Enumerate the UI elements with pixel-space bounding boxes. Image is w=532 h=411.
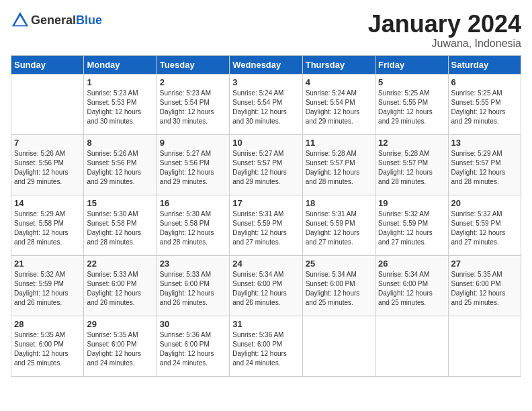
week-row-1: 1Sunrise: 5:23 AMSunset: 5:53 PMDaylight… [11, 74, 521, 134]
day-number: 9 [160, 138, 226, 148]
day-number: 19 [378, 198, 445, 208]
day-info: Sunrise: 5:23 AMSunset: 5:54 PMDaylight:… [160, 89, 226, 126]
day-info: Sunrise: 5:34 AMSunset: 6:00 PMDaylight:… [378, 270, 445, 308]
week-row-5: 28Sunrise: 5:35 AMSunset: 6:00 PMDayligh… [11, 316, 521, 376]
day-number: 8 [87, 138, 153, 148]
day-info: Sunrise: 5:27 AMSunset: 5:57 PMDaylight:… [232, 149, 299, 187]
day-number: 17 [232, 198, 299, 208]
day-number: 25 [306, 259, 372, 269]
day-cell: 24Sunrise: 5:34 AMSunset: 6:00 PMDayligh… [230, 255, 302, 316]
day-cell [302, 316, 375, 376]
day-cell: 17Sunrise: 5:31 AMSunset: 5:59 PMDayligh… [230, 195, 302, 255]
day-number: 1 [87, 77, 153, 87]
day-number: 16 [160, 198, 226, 208]
day-number: 29 [87, 319, 153, 329]
day-info: Sunrise: 5:34 AMSunset: 6:00 PMDaylight:… [232, 270, 299, 308]
logo: GeneralBlue [11, 11, 102, 30]
header-cell-tuesday: Tuesday [157, 55, 229, 74]
day-info: Sunrise: 5:25 AMSunset: 5:55 PMDaylight:… [451, 89, 518, 126]
day-cell [448, 316, 521, 376]
day-cell: 11Sunrise: 5:28 AMSunset: 5:57 PMDayligh… [302, 134, 375, 195]
page-header: GeneralBlue January 2024 Juwana, Indones… [11, 11, 521, 50]
day-info: Sunrise: 5:24 AMSunset: 5:54 PMDaylight:… [306, 89, 372, 126]
day-cell: 1Sunrise: 5:23 AMSunset: 5:53 PMDaylight… [84, 74, 157, 134]
day-number: 20 [451, 198, 518, 208]
day-cell: 3Sunrise: 5:24 AMSunset: 5:54 PMDaylight… [230, 74, 302, 134]
day-number: 2 [160, 77, 226, 87]
day-info: Sunrise: 5:35 AMSunset: 6:00 PMDaylight:… [451, 270, 518, 308]
day-info: Sunrise: 5:29 AMSunset: 5:57 PMDaylight:… [451, 149, 518, 187]
day-cell: 25Sunrise: 5:34 AMSunset: 6:00 PMDayligh… [302, 255, 375, 316]
logo-general-text: General [31, 13, 76, 27]
week-row-3: 14Sunrise: 5:29 AMSunset: 5:58 PMDayligh… [11, 195, 521, 255]
day-number: 27 [451, 259, 518, 269]
day-info: Sunrise: 5:32 AMSunset: 5:59 PMDaylight:… [14, 270, 81, 308]
day-number: 31 [232, 319, 299, 329]
header-cell-sunday: Sunday [11, 55, 84, 74]
day-cell: 16Sunrise: 5:30 AMSunset: 5:58 PMDayligh… [157, 195, 229, 255]
day-number: 5 [378, 77, 445, 87]
day-info: Sunrise: 5:26 AMSunset: 5:56 PMDaylight:… [14, 149, 81, 187]
day-cell: 20Sunrise: 5:32 AMSunset: 5:59 PMDayligh… [448, 195, 521, 255]
day-info: Sunrise: 5:23 AMSunset: 5:53 PMDaylight:… [87, 89, 153, 126]
day-info: Sunrise: 5:34 AMSunset: 6:00 PMDaylight:… [306, 270, 372, 308]
day-info: Sunrise: 5:27 AMSunset: 5:56 PMDaylight:… [160, 149, 226, 187]
day-cell: 12Sunrise: 5:28 AMSunset: 5:57 PMDayligh… [375, 134, 448, 195]
day-cell: 2Sunrise: 5:23 AMSunset: 5:54 PMDaylight… [157, 74, 229, 134]
header-row: SundayMondayTuesdayWednesdayThursdayFrid… [11, 55, 521, 74]
day-cell: 29Sunrise: 5:35 AMSunset: 6:00 PMDayligh… [84, 316, 157, 376]
header-cell-friday: Friday [375, 55, 448, 74]
day-number: 30 [160, 319, 226, 329]
day-cell: 19Sunrise: 5:32 AMSunset: 5:59 PMDayligh… [375, 195, 448, 255]
header-cell-saturday: Saturday [448, 55, 521, 74]
day-number: 21 [14, 259, 81, 269]
day-info: Sunrise: 5:36 AMSunset: 6:00 PMDaylight:… [232, 330, 299, 368]
day-info: Sunrise: 5:28 AMSunset: 5:57 PMDaylight:… [306, 149, 372, 187]
day-cell: 10Sunrise: 5:27 AMSunset: 5:57 PMDayligh… [230, 134, 302, 195]
day-cell: 9Sunrise: 5:27 AMSunset: 5:56 PMDaylight… [157, 134, 229, 195]
day-cell: 8Sunrise: 5:26 AMSunset: 5:56 PMDaylight… [84, 134, 157, 195]
day-cell: 27Sunrise: 5:35 AMSunset: 6:00 PMDayligh… [448, 255, 521, 316]
day-number: 28 [14, 319, 81, 329]
day-cell: 23Sunrise: 5:33 AMSunset: 6:00 PMDayligh… [157, 255, 229, 316]
day-number: 22 [87, 259, 153, 269]
day-cell: 21Sunrise: 5:32 AMSunset: 5:59 PMDayligh… [11, 255, 84, 316]
day-number: 7 [14, 138, 81, 148]
day-info: Sunrise: 5:33 AMSunset: 6:00 PMDaylight:… [160, 270, 226, 308]
day-cell: 28Sunrise: 5:35 AMSunset: 6:00 PMDayligh… [11, 316, 84, 376]
day-number: 14 [14, 198, 81, 208]
day-cell: 30Sunrise: 5:36 AMSunset: 6:00 PMDayligh… [157, 316, 229, 376]
day-cell: 7Sunrise: 5:26 AMSunset: 5:56 PMDaylight… [11, 134, 84, 195]
day-cell: 5Sunrise: 5:25 AMSunset: 5:55 PMDaylight… [375, 74, 448, 134]
week-row-2: 7Sunrise: 5:26 AMSunset: 5:56 PMDaylight… [11, 134, 521, 195]
day-number: 6 [451, 77, 518, 87]
day-cell: 13Sunrise: 5:29 AMSunset: 5:57 PMDayligh… [448, 134, 521, 195]
day-info: Sunrise: 5:32 AMSunset: 5:59 PMDaylight:… [451, 210, 518, 247]
logo-blue-text: Blue [76, 13, 102, 27]
day-number: 10 [232, 138, 299, 148]
day-cell: 26Sunrise: 5:34 AMSunset: 6:00 PMDayligh… [375, 255, 448, 316]
day-info: Sunrise: 5:29 AMSunset: 5:58 PMDaylight:… [14, 210, 81, 247]
day-number: 4 [306, 77, 372, 87]
day-info: Sunrise: 5:35 AMSunset: 6:00 PMDaylight:… [14, 330, 81, 368]
day-cell [375, 316, 448, 376]
day-cell: 4Sunrise: 5:24 AMSunset: 5:54 PMDaylight… [302, 74, 375, 134]
day-cell: 18Sunrise: 5:31 AMSunset: 5:59 PMDayligh… [302, 195, 375, 255]
day-info: Sunrise: 5:25 AMSunset: 5:55 PMDaylight:… [378, 89, 445, 126]
day-number: 23 [160, 259, 226, 269]
day-number: 3 [232, 77, 299, 87]
calendar-header: SundayMondayTuesdayWednesdayThursdayFrid… [11, 55, 521, 74]
day-info: Sunrise: 5:30 AMSunset: 5:58 PMDaylight:… [160, 210, 226, 247]
day-info: Sunrise: 5:33 AMSunset: 6:00 PMDaylight:… [87, 270, 153, 308]
day-number: 24 [232, 259, 299, 269]
day-info: Sunrise: 5:35 AMSunset: 6:00 PMDaylight:… [87, 330, 153, 368]
day-info: Sunrise: 5:31 AMSunset: 5:59 PMDaylight:… [306, 210, 372, 247]
location: Juwana, Indonesia [368, 38, 521, 50]
day-number: 18 [306, 198, 372, 208]
calendar-body: 1Sunrise: 5:23 AMSunset: 5:53 PMDaylight… [11, 74, 521, 376]
header-cell-wednesday: Wednesday [230, 55, 302, 74]
day-cell: 15Sunrise: 5:30 AMSunset: 5:58 PMDayligh… [84, 195, 157, 255]
logo-icon [11, 11, 30, 30]
day-cell: 22Sunrise: 5:33 AMSunset: 6:00 PMDayligh… [84, 255, 157, 316]
day-info: Sunrise: 5:24 AMSunset: 5:54 PMDaylight:… [232, 89, 299, 126]
